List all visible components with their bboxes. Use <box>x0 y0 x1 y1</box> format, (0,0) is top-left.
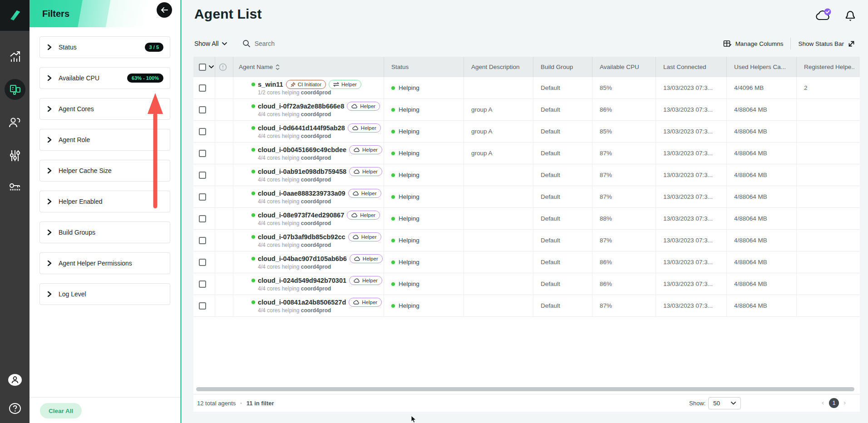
agent-counts: 12 total agents • 11 in filter <box>197 394 274 412</box>
column-header-build-group[interactable]: Build Group <box>533 57 592 77</box>
current-page-button[interactable]: 1 <box>829 398 839 408</box>
used-helpers-cell: 4/88064 MB <box>727 143 797 164</box>
status-label: Helping <box>399 150 419 157</box>
collapse-filters-button[interactable] <box>157 2 172 18</box>
chevron-right-icon <box>46 198 52 205</box>
column-header-used-helpers-ca-[interactable]: Used Helpers Ca... <box>727 57 797 77</box>
show-all-dropdown[interactable]: Show All <box>194 40 227 47</box>
row-checkbox[interactable] <box>199 259 206 266</box>
clear-all-button[interactable]: Clear All <box>40 403 82 418</box>
alert-column-header <box>215 57 233 77</box>
sidebar-item-settings[interactable] <box>0 149 30 162</box>
row-checkbox[interactable] <box>199 84 206 92</box>
app-logo[interactable] <box>0 0 30 31</box>
table-row[interactable]: cloud_i-07b3af9db85cb92cc Helper 4/4 cor… <box>193 230 860 251</box>
build-group-cell: Default <box>533 143 592 164</box>
helper-cloud-badge: Helper <box>350 254 383 263</box>
cloud-icon <box>353 300 360 305</box>
table-row[interactable]: cloud_i-0f72a9a2e88b666e8 Helper 4/4 cor… <box>193 99 860 121</box>
row-checkbox[interactable] <box>199 150 206 157</box>
registered-helpers-cell <box>797 99 860 120</box>
sidebar-item-agents[interactable] <box>0 79 30 100</box>
row-checkbox[interactable] <box>199 215 206 222</box>
agent-name[interactable]: cloud_i-07b3af9db85cb92cc <box>258 233 345 241</box>
notifications-button[interactable] <box>844 8 856 24</box>
row-select-cell <box>193 295 215 316</box>
filter-value-badge: 3 / 5 <box>145 43 163 52</box>
analytics-icon <box>8 50 22 64</box>
row-checkbox[interactable] <box>199 172 206 179</box>
table-row[interactable]: cloud_i-0aae8883239733a09 Helper 4/4 cor… <box>193 186 860 208</box>
table-row[interactable]: cloud_i-0b0451669c49cbdee Helper 4/4 cor… <box>193 143 860 164</box>
row-checkbox[interactable] <box>199 128 206 135</box>
table-row[interactable]: cloud_i-0d6441d144f95ab28 Helper 4/4 cor… <box>193 121 860 143</box>
agent-name[interactable]: cloud_i-024d549d942b70301 <box>258 277 346 284</box>
agent-name[interactable]: cloud_i-00841a24b8506527d <box>258 299 346 306</box>
table-row[interactable]: cloud_i-00841a24b8506527d Helper 4/4 cor… <box>193 295 860 317</box>
column-header-last-connected[interactable]: Last Connected <box>656 57 727 77</box>
table-row[interactable]: s_win11 CI InitiatorHelper 1/2 cores hel… <box>193 77 860 99</box>
agent-table: Agent Name Status Agent Description Buil… <box>193 57 860 412</box>
row-checkbox[interactable] <box>199 237 206 244</box>
cloud-icon <box>353 191 359 196</box>
row-checkbox[interactable] <box>199 106 206 113</box>
prev-page-button[interactable]: ‹ <box>822 398 824 406</box>
badge-label: Helper <box>363 256 378 261</box>
sidebar-item-licenses[interactable] <box>0 182 30 193</box>
agent-name[interactable]: s_win11 <box>258 81 283 88</box>
sidebar-item-help[interactable] <box>0 402 30 415</box>
column-header-registered-helpe-[interactable]: Registered Helpe.. <box>797 57 860 77</box>
badge-label: Helper <box>341 82 357 87</box>
agent-name[interactable]: cloud_i-0b0451669c49cbdee <box>258 146 346 153</box>
filter-item-agent-helper-permissions[interactable]: Agent Helper Permissions <box>39 252 170 274</box>
horizontal-scrollbar[interactable] <box>196 387 854 391</box>
column-header-agent-description[interactable]: Agent Description <box>464 57 533 77</box>
agent-subtitle: 1/2 cores helping coord4prod <box>258 89 331 96</box>
table-row[interactable]: cloud_i-08e973f74ed290867 Helper 4/4 cor… <box>193 208 860 230</box>
last-connected-cell: 13/03/2023 07:3... <box>656 251 727 273</box>
agent-name[interactable]: cloud_i-0aae8883239733a09 <box>258 190 345 197</box>
agent-name[interactable]: cloud_i-0ab91e098db759458 <box>258 168 346 175</box>
chevron-right-icon <box>46 260 52 266</box>
status-dot <box>391 282 395 286</box>
agent-name[interactable]: cloud_i-0f72a9a2e88b666e8 <box>258 103 344 110</box>
search-input[interactable]: Search <box>242 39 275 48</box>
table-row[interactable]: cloud_i-0ab91e098db759458 Helper 4/4 cor… <box>193 164 860 186</box>
used-helpers-cell: 4/88064 MB <box>727 230 797 251</box>
page-size-select[interactable]: 50 <box>708 397 741 409</box>
sidebar-item-analytics[interactable] <box>0 50 30 64</box>
online-dot <box>252 83 255 86</box>
badge-label: CI Initiator <box>298 82 321 87</box>
table-row[interactable]: cloud_i-04bac907d105ab6b6 Helper 4/4 cor… <box>193 251 860 273</box>
chevron-down-icon[interactable] <box>209 65 214 69</box>
show-status-bar-button[interactable]: Show Status Bar <box>798 40 855 48</box>
row-alert-cell <box>215 164 233 186</box>
manage-columns-icon <box>723 39 732 48</box>
agent-subtitle: 4/4 cores helping coord4prod <box>258 242 331 248</box>
cloud-icon <box>351 213 358 217</box>
sidebar-item-profile[interactable] <box>0 373 30 387</box>
column-header-status[interactable]: Status <box>384 57 464 77</box>
agent-subtitle: 4/4 cores helping coord4prod <box>258 198 331 205</box>
online-dot <box>252 257 255 261</box>
filter-item-status[interactable]: Status3 / 5 <box>39 36 170 58</box>
helper-cloud-badge: Helper <box>347 102 380 111</box>
manage-columns-button[interactable]: Manage Columns <box>723 39 784 48</box>
filter-item-available-cpu[interactable]: Available CPU63% - 100% <box>39 67 170 89</box>
table-row[interactable]: cloud_i-024d549d942b70301 Helper 4/4 cor… <box>193 273 860 295</box>
filter-item-log-level[interactable]: Log Level <box>39 283 170 305</box>
column-header-available-cpu[interactable]: Available CPU <box>592 57 656 77</box>
helper-cloud-badge: Helper <box>349 276 382 285</box>
column-header-agent-name[interactable]: Agent Name <box>233 57 384 77</box>
row-checkbox[interactable] <box>199 193 206 201</box>
row-checkbox[interactable] <box>199 302 206 310</box>
sidebar-item-users[interactable] <box>0 116 30 129</box>
filter-item-build-groups[interactable]: Build Groups <box>39 221 170 243</box>
select-all-checkbox[interactable] <box>199 64 206 71</box>
next-page-button[interactable]: › <box>843 398 846 406</box>
agent-name[interactable]: cloud_i-08e973f74ed290867 <box>258 212 344 219</box>
row-checkbox[interactable] <box>199 280 206 288</box>
cloud-status-button[interactable] <box>814 8 833 24</box>
agent-name[interactable]: cloud_i-0d6441d144f95ab28 <box>258 124 345 132</box>
agent-name[interactable]: cloud_i-04bac907d105ab6b6 <box>258 255 347 262</box>
